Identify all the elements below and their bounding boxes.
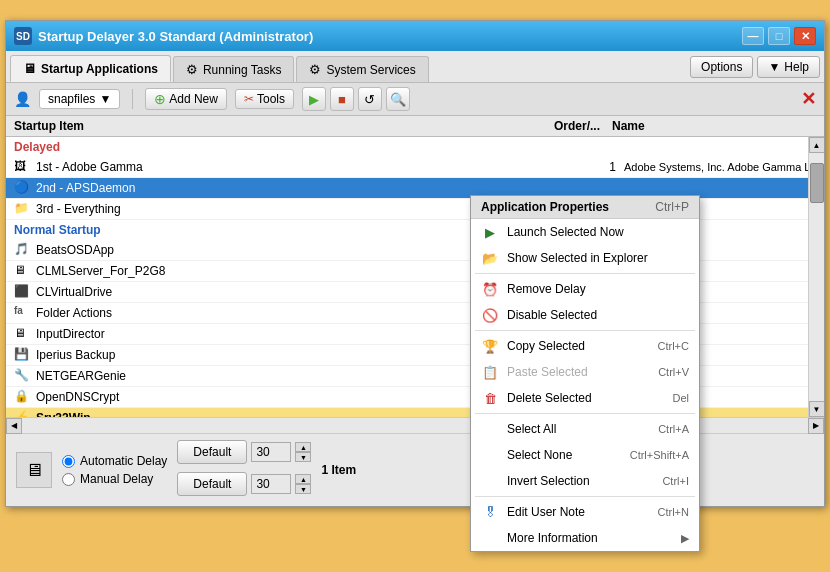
spinner-row-1: Default 30 ▲ ▼ <box>177 440 311 464</box>
tab-running[interactable]: ⚙ Running Tasks <box>173 56 295 82</box>
item-icon: 🔒 <box>14 389 32 405</box>
scroll-track[interactable] <box>809 153 824 401</box>
play-icon: ▶ <box>309 92 319 107</box>
ctx-item-copy[interactable]: 🏆 Copy Selected Ctrl+C <box>471 333 699 359</box>
user-icon: 👤 <box>14 91 31 107</box>
ctx-separator-2 <box>475 330 695 331</box>
help-button[interactable]: ▼ Help <box>757 56 820 78</box>
ctx-more-info-arrow: ▶ <box>681 532 689 545</box>
scroll-down-button[interactable]: ▼ <box>809 401 825 417</box>
list-item[interactable]: 📁 3rd - Everything <box>6 199 824 220</box>
spin-up-2[interactable]: ▲ <box>295 474 311 484</box>
list-item[interactable]: 🔒 OpenDNSCrypt t <box>6 387 824 408</box>
maximize-button[interactable]: □ <box>768 27 790 45</box>
ctx-item-more-info[interactable]: More Information ▶ <box>471 525 699 551</box>
list-item[interactable]: fa Folder Actions <box>6 303 824 324</box>
context-menu-header[interactable]: Application Properties Ctrl+P <box>471 196 699 219</box>
ctx-separator-4 <box>475 496 695 497</box>
ctx-item-select-none[interactable]: Select None Ctrl+Shift+A <box>471 442 699 468</box>
close-button[interactable]: ✕ <box>794 27 816 45</box>
horizontal-scrollbar[interactable]: ◀ ▶ <box>6 417 824 433</box>
ctx-explorer-label: Show Selected in Explorer <box>507 251 689 265</box>
ctx-item-delete[interactable]: 🗑 Delete Selected Del <box>471 385 699 411</box>
group-delayed: Delayed <box>6 137 824 157</box>
spin-down-2[interactable]: ▼ <box>295 484 311 494</box>
tools-button[interactable]: ✂ Tools <box>235 89 294 109</box>
ctx-remove-delay-icon: ⏰ <box>481 280 499 298</box>
ctx-paste-label: Paste Selected <box>507 365 650 379</box>
window-title: Startup Delayer 3.0 Standard (Administra… <box>38 29 313 44</box>
ctx-item-user-note[interactable]: 🎖 Edit User Note Ctrl+N <box>471 499 699 525</box>
radio-manual-input[interactable] <box>62 473 75 486</box>
ctx-item-invert[interactable]: Invert Selection Ctrl+I <box>471 468 699 494</box>
list-item[interactable]: ⚡ Srv32Win <box>6 408 824 417</box>
ctx-delete-shortcut: Del <box>672 392 689 404</box>
ctx-user-note-shortcut: Ctrl+N <box>658 506 689 518</box>
toolbar-icon-buttons: ▶ ■ ↺ 🔍 <box>302 87 410 111</box>
spin-up-1[interactable]: ▲ <box>295 442 311 452</box>
tools-label: Tools <box>257 92 285 106</box>
options-button[interactable]: Options <box>690 56 753 78</box>
hscroll-left-button[interactable]: ◀ <box>6 418 22 434</box>
help-label: Help <box>784 60 809 74</box>
system-tab-icon: ⚙ <box>309 62 321 77</box>
spin-down-1[interactable]: ▼ <box>295 452 311 462</box>
ctx-item-show-explorer[interactable]: 📂 Show Selected in Explorer <box>471 245 699 271</box>
default-button-1[interactable]: Default <box>177 440 247 464</box>
list-item[interactable]: 🖼 1st - Adobe Gamma 1 Adobe Systems, Inc… <box>6 157 824 178</box>
ctx-select-none-icon <box>481 446 499 464</box>
ctx-launch-label: Launch Selected Now <box>507 225 689 239</box>
main-content: Startup Item Order/... Name Delayed 🖼 1s… <box>6 116 824 433</box>
main-window: SD Startup Delayer 3.0 Standard (Adminis… <box>5 20 825 507</box>
scroll-thumb[interactable] <box>810 163 824 203</box>
list-item[interactable]: ⬛ CLVirtualDrive <box>6 282 824 303</box>
col-header-name: Name <box>608 119 808 133</box>
item-icon: 🔵 <box>14 180 32 196</box>
list-item[interactable]: 💾 Iperius Backup <box>6 345 824 366</box>
ctx-invert-label: Invert Selection <box>507 474 654 488</box>
scroll-up-button[interactable]: ▲ <box>809 137 825 153</box>
spinner-value-2: 30 <box>251 474 291 494</box>
item-label: 2nd - APSDaemon <box>36 181 544 195</box>
minimize-button[interactable]: — <box>742 27 764 45</box>
add-new-button[interactable]: ⊕ Add New <box>145 88 227 110</box>
user-button[interactable]: snapfiles ▼ <box>39 89 120 109</box>
list-item[interactable]: 🔵 2nd - APSDaemon <box>6 178 824 199</box>
refresh-button[interactable]: ↺ <box>358 87 382 111</box>
play-button[interactable]: ▶ <box>302 87 326 111</box>
item-label: BeatsOSDApp <box>36 243 544 257</box>
item-icon: 🖥 <box>14 326 32 342</box>
ctx-select-none-label: Select None <box>507 448 622 462</box>
title-bar: SD Startup Delayer 3.0 Standard (Adminis… <box>6 21 824 51</box>
tab-startup[interactable]: 🖥 Startup Applications <box>10 55 171 82</box>
search-button[interactable]: 🔍 <box>386 87 410 111</box>
ctx-explorer-icon: 📂 <box>481 249 499 267</box>
ctx-title: Application Properties <box>481 200 609 214</box>
list-item[interactable]: 🖥 InputDirector <box>6 324 824 345</box>
radio-auto-input[interactable] <box>62 455 75 468</box>
running-tab-icon: ⚙ <box>186 62 198 77</box>
stop-button[interactable]: ■ <box>330 87 354 111</box>
ctx-item-paste[interactable]: 📋 Paste Selected Ctrl+V <box>471 359 699 385</box>
item-icon: 🎵 <box>14 242 32 258</box>
tab-system[interactable]: ⚙ System Services <box>296 56 428 82</box>
ctx-item-remove-delay[interactable]: ⏰ Remove Delay <box>471 276 699 302</box>
list-item[interactable]: 🔧 NETGEARGenie <box>6 366 824 387</box>
item-count: 1 Item <box>321 463 366 477</box>
ctx-delete-label: Delete Selected <box>507 391 664 405</box>
item-label: InputDirector <box>36 327 544 341</box>
item-label: CLVirtualDrive <box>36 285 544 299</box>
ctx-item-select-all[interactable]: Select All Ctrl+A <box>471 416 699 442</box>
list-item[interactable]: 🎵 BeatsOSDApp <box>6 240 824 261</box>
ctx-item-disable[interactable]: 🚫 Disable Selected <box>471 302 699 328</box>
ctx-title-shortcut: Ctrl+P <box>655 200 689 214</box>
ctx-item-launch[interactable]: ▶ Launch Selected Now <box>471 219 699 245</box>
ctx-more-info-label: More Information <box>507 531 673 545</box>
context-menu: Application Properties Ctrl+P ▶ Launch S… <box>470 195 700 552</box>
hscroll-right-button[interactable]: ▶ <box>808 418 824 434</box>
list-item[interactable]: 🖥 CLMLServer_For_P2G8 <box>6 261 824 282</box>
close-toolbar-button[interactable]: ✕ <box>801 89 816 109</box>
default-button-2[interactable]: Default <box>177 472 247 496</box>
vertical-scrollbar[interactable]: ▲ ▼ <box>808 137 824 417</box>
ctx-user-note-label: Edit User Note <box>507 505 650 519</box>
